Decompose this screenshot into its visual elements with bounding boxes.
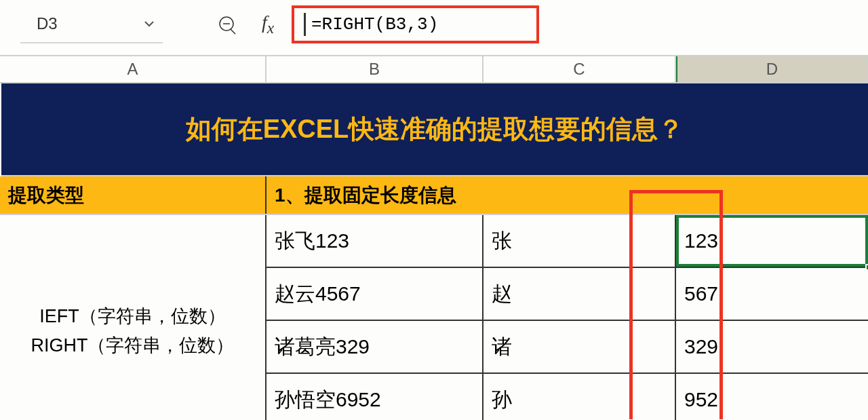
left-merged-cell[interactable]: IEFT（字符串，位数） RIGHT（字符串，位数） [0, 215, 267, 420]
table-row: 赵云4567 赵 567 [267, 268, 868, 321]
circle-minus-icon[interactable] [217, 14, 237, 35]
formula-input[interactable]: =RIGHT(B3,3) [292, 5, 539, 43]
formula-bar: D3 fx =RIGHT(B3,3) [0, 0, 868, 49]
leftcol-line1: IEFT（字符串，位数） [39, 302, 226, 331]
col-header-a[interactable]: A [0, 56, 267, 82]
leftcol-line2: RIGHT（字符串，位数） [31, 331, 235, 360]
table-row: 诸葛亮329 诸 329 [267, 321, 868, 374]
table-row: 孙悟空6952 孙 952 [267, 374, 868, 420]
svg-line-2 [231, 29, 235, 34]
cell-b5[interactable]: 诸葛亮329 [267, 321, 484, 373]
cell-c4[interactable]: 赵 [484, 268, 676, 320]
table-row: 张飞123 张 123 [267, 215, 868, 268]
data-table: IEFT（字符串，位数） RIGHT（字符串，位数） 张飞123 张 123 赵… [0, 215, 868, 420]
cell-b4[interactable]: 赵云4567 [267, 268, 484, 320]
fill-handle[interactable] [865, 264, 868, 271]
cell-d4[interactable]: 567 [676, 268, 868, 320]
section-header-right: 1、提取固定长度信息 [267, 176, 868, 214]
section-header-left: 提取类型 [0, 176, 267, 214]
cell-c6[interactable]: 孙 [484, 374, 676, 420]
cell-b3[interactable]: 张飞123 [267, 215, 484, 267]
text-caret [304, 13, 306, 36]
name-box[interactable]: D3 [20, 6, 163, 43]
col-header-d[interactable]: D [676, 56, 868, 82]
col-header-c[interactable]: C [484, 56, 676, 82]
cell-d6[interactable]: 952 [676, 374, 868, 420]
chevron-down-icon[interactable] [142, 17, 156, 31]
sheet-title: 如何在EXCEL快速准确的提取想要的信息？ [1, 83, 868, 176]
fx-icon[interactable]: fx [258, 14, 278, 35]
formula-tools: fx [217, 14, 278, 35]
section-header: 提取类型 1、提取固定长度信息 [0, 176, 868, 215]
cell-d3[interactable]: 123 [676, 215, 868, 267]
cell-c3[interactable]: 张 [484, 215, 676, 267]
data-rows: 张飞123 张 123 赵云4567 赵 567 诸葛亮329 诸 329 孙悟… [267, 215, 868, 420]
formula-text: =RIGHT(B3,3) [311, 14, 438, 35]
name-box-text: D3 [37, 14, 58, 33]
cell-b6[interactable]: 孙悟空6952 [267, 374, 484, 420]
cell-d5[interactable]: 329 [676, 321, 868, 373]
col-header-b[interactable]: B [267, 56, 484, 82]
cell-c5[interactable]: 诸 [484, 321, 676, 373]
column-headers: A B C D [0, 55, 868, 83]
